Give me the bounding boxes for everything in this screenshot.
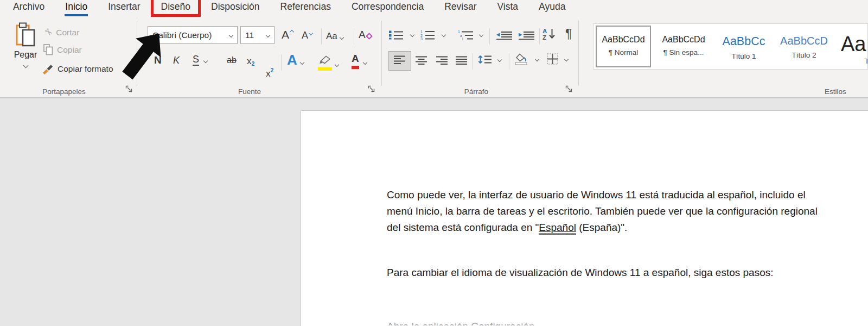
clipboard-icon bbox=[16, 22, 35, 47]
text-run: del sistema está configurada en " bbox=[387, 222, 539, 233]
tab-vista[interactable]: Vista bbox=[497, 0, 519, 16]
copy-label: Copiar bbox=[57, 45, 82, 55]
align-left-button[interactable] bbox=[388, 51, 411, 71]
cut-button[interactable]: ✂ Cortar bbox=[44, 27, 79, 38]
underline-button[interactable]: S bbox=[193, 54, 207, 66]
align-left-icon bbox=[393, 55, 406, 65]
style-sin-espaciado[interactable]: AaBbCcDd ¶ Sin espa... bbox=[656, 26, 711, 67]
align-center-button[interactable] bbox=[415, 55, 428, 65]
svg-text:A: A bbox=[542, 28, 547, 34]
change-case-button[interactable]: Aa bbox=[326, 31, 343, 42]
copy-button[interactable]: Copiar bbox=[43, 44, 82, 55]
line-spacing-button[interactable] bbox=[478, 54, 501, 65]
multilevel-list-icon: 1 a i bbox=[457, 29, 474, 40]
justify-button[interactable] bbox=[455, 55, 468, 65]
style-name: Título bbox=[841, 57, 868, 65]
style-normal[interactable]: AaBbCcDd ¶ Normal bbox=[596, 26, 651, 67]
paragraph-text: Como puede ver, la interfaz de usuario d… bbox=[387, 187, 806, 203]
paste-button[interactable]: Pegar bbox=[9, 22, 42, 70]
svg-text:1: 1 bbox=[458, 30, 460, 34]
text-effects-button[interactable]: A bbox=[287, 53, 304, 66]
svg-text:3: 3 bbox=[420, 37, 423, 40]
line-spacing-icon bbox=[478, 54, 492, 65]
style-name: Título 1 bbox=[717, 52, 770, 60]
tab-diseno-label: Diseño bbox=[161, 1, 190, 12]
superscript-glyph: x bbox=[266, 68, 271, 79]
font-dialog-launcher[interactable] bbox=[368, 85, 375, 95]
bullets-icon bbox=[388, 30, 404, 40]
increase-indent-button[interactable] bbox=[518, 31, 535, 40]
tab-inicio[interactable]: Inicio bbox=[65, 0, 87, 16]
font-color-button[interactable]: A bbox=[352, 54, 367, 64]
bold-button[interactable]: N bbox=[154, 54, 162, 66]
svg-text:Z: Z bbox=[542, 34, 546, 41]
grow-font-button[interactable]: A bbox=[282, 29, 293, 40]
tab-revisar[interactable]: Revisar bbox=[444, 0, 476, 16]
cut-label: Cortar bbox=[56, 28, 79, 37]
show-marks-button[interactable]: ¶ bbox=[565, 27, 572, 41]
style-preview: AaBbCcD bbox=[777, 35, 831, 47]
font-size-dropdown-icon[interactable] bbox=[266, 33, 270, 37]
subscript-digit: 2 bbox=[252, 60, 255, 67]
divider bbox=[489, 28, 490, 45]
sort-icon: A Z bbox=[542, 27, 556, 41]
highlighter-icon bbox=[318, 55, 332, 64]
pilcrow-icon: ¶ bbox=[565, 27, 572, 41]
highlight-color-button[interactable] bbox=[318, 55, 339, 66]
tab-ayuda[interactable]: Ayuda bbox=[539, 0, 565, 16]
subscript-glyph: x bbox=[247, 56, 252, 67]
shrink-font-glyph: A bbox=[302, 30, 308, 40]
font-color-bar bbox=[352, 66, 359, 70]
shading-button[interactable] bbox=[514, 53, 539, 65]
caret-down-icon bbox=[309, 31, 313, 35]
document-page[interactable]: Como puede ver, la interfaz de usuario d… bbox=[301, 110, 868, 326]
clipboard-dialog-launcher[interactable] bbox=[125, 85, 132, 95]
style-titulo-1[interactable]: AaBbCc Título 1 bbox=[716, 26, 771, 67]
font-name-combobox[interactable]: Calibri (Cuerpo) bbox=[148, 26, 238, 44]
paragraph-text: del sistema está configurada en "Español… bbox=[387, 220, 627, 236]
font-name-dropdown-icon[interactable] bbox=[229, 33, 233, 37]
tab-diseno[interactable]: Diseño bbox=[161, 0, 190, 16]
style-preview: Aa bbox=[841, 35, 868, 53]
align-right-button[interactable] bbox=[436, 55, 449, 65]
chevron-down-icon bbox=[362, 60, 367, 65]
paragraph-group-label: Párrafo bbox=[444, 87, 509, 96]
clear-formatting-button[interactable]: A bbox=[359, 29, 372, 40]
style-preview: AaBbCcDd bbox=[597, 35, 650, 45]
multilevel-list-button[interactable]: 1 a i bbox=[457, 29, 483, 40]
underline-dropdown-icon[interactable] bbox=[203, 59, 208, 63]
font-size-combobox[interactable]: 11 bbox=[240, 26, 275, 44]
shrink-font-button[interactable]: A bbox=[302, 30, 312, 40]
tab-correspondencia[interactable]: Correspondencia bbox=[352, 0, 424, 16]
style-preview: AaBbCcDd bbox=[657, 35, 710, 45]
bullets-button[interactable] bbox=[388, 30, 414, 40]
style-titulo-2[interactable]: AaBbCcD Título 2 bbox=[776, 26, 832, 67]
ribbon-tab-bar: Archivo Inicio Insertar Diseño Disposici… bbox=[0, 0, 868, 16]
tab-insertar[interactable]: Insertar bbox=[108, 0, 140, 16]
tab-archivo[interactable]: Archivo bbox=[13, 0, 44, 16]
strikethrough-glyph: ab bbox=[227, 55, 237, 65]
format-painter-button[interactable]: Copiar formato bbox=[42, 64, 113, 74]
italic-button[interactable]: K bbox=[173, 55, 180, 66]
paste-dropdown-icon[interactable] bbox=[23, 63, 28, 68]
group-divider bbox=[578, 21, 579, 86]
clipboard-group-label: Portapapeles bbox=[26, 87, 102, 96]
numbering-button[interactable]: 1 2 3 bbox=[420, 29, 445, 40]
style-name: Título 2 bbox=[777, 51, 831, 59]
tab-referencias[interactable]: Referencias bbox=[280, 0, 331, 16]
numbering-icon: 1 2 3 bbox=[420, 29, 435, 40]
sort-button[interactable]: A Z bbox=[542, 27, 556, 41]
align-right-icon bbox=[436, 55, 449, 65]
chevron-down-icon bbox=[442, 33, 446, 37]
paragraph-dialog-launcher[interactable] bbox=[565, 85, 572, 95]
decrease-indent-button[interactable] bbox=[496, 31, 513, 40]
clear-formatting-glyph: A bbox=[359, 29, 366, 40]
strikethrough-button[interactable]: ab bbox=[227, 55, 237, 65]
borders-button[interactable] bbox=[547, 53, 568, 65]
chevron-down-icon bbox=[335, 62, 339, 67]
tab-disposicion[interactable]: Disposición bbox=[211, 0, 259, 16]
style-titulo-3[interactable]: Aa Título bbox=[837, 26, 868, 67]
change-case-glyph: Aa bbox=[326, 31, 337, 42]
divider bbox=[321, 28, 322, 45]
styles-gallery: AaBbCcDd ¶ Normal AaBbCcDd ¶ Sin espa...… bbox=[593, 23, 868, 70]
